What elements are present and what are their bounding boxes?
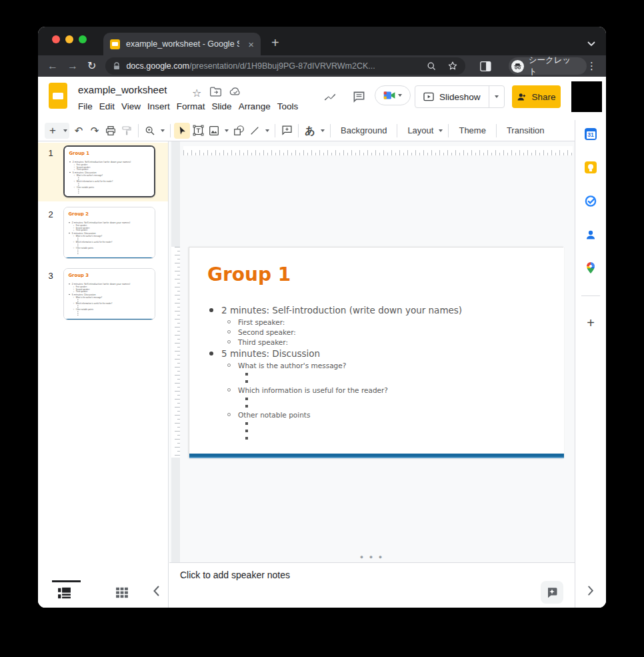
star-document-icon[interactable]: ☆ — [192, 87, 201, 99]
back-button[interactable]: ← — [47, 61, 58, 71]
paint-format-button[interactable] — [119, 123, 135, 139]
account-avatar[interactable] — [571, 81, 602, 112]
close-window-button[interactable] — [52, 35, 60, 43]
address-bar[interactable]: docs.google.com/presentation/d/1H9Bbuj9P… — [105, 57, 465, 75]
menu-insert[interactable]: Insert — [147, 101, 170, 111]
image-dropdown-icon[interactable] — [222, 123, 231, 139]
undo-button[interactable]: ↶ — [71, 123, 87, 139]
slides-app: example_worksheet ☆ FileEditViewInsertFo… — [38, 77, 606, 608]
slides-logo-icon[interactable] — [49, 83, 67, 109]
slideshow-button[interactable]: Slideshow — [415, 85, 505, 108]
add-addon-button[interactable]: + — [587, 315, 595, 331]
redo-button[interactable]: ↷ — [87, 123, 103, 139]
bookmark-star-icon[interactable] — [447, 61, 458, 71]
layout-button[interactable]: Layout — [401, 125, 436, 135]
browser-tab[interactable]: example_worksheet - Google S × — [103, 33, 261, 55]
zoom-button[interactable] — [142, 123, 158, 139]
slide-body[interactable]: 2 minutes: Self-introduction (write down… — [64, 282, 153, 315]
slide-canvas[interactable]: Group 12 minutes: Self-introduction (wri… — [169, 141, 575, 562]
tab-search-chevron-icon[interactable] — [587, 37, 595, 49]
menu-file[interactable]: File — [78, 101, 93, 111]
document-status-cloud-icon[interactable] — [229, 87, 241, 99]
maps-icon[interactable] — [585, 261, 597, 274]
search-icon[interactable] — [427, 61, 437, 71]
reload-button[interactable]: ↻ — [87, 61, 96, 71]
insert-image-button[interactable] — [206, 123, 222, 139]
view-switcher-bar — [38, 580, 169, 608]
input-tools-dropdown-icon[interactable] — [318, 123, 327, 139]
text-box-button[interactable] — [190, 123, 206, 139]
slide-accent-bar — [65, 197, 155, 197]
slide-number: 1 — [38, 145, 63, 201]
zoom-dropdown-icon[interactable] — [158, 123, 167, 139]
slide-thumbnail[interactable]: Group 32 minutes: Self-introduction (wri… — [63, 268, 155, 320]
slide-accent-bar — [64, 319, 155, 320]
layout-dropdown-icon[interactable] — [436, 123, 445, 139]
expand-side-panel-icon[interactable] — [587, 586, 594, 596]
menu-view[interactable]: View — [121, 101, 141, 111]
bullet-marker-icon — [77, 239, 78, 240]
new-tab-button[interactable]: + — [271, 36, 279, 49]
slide-accent-bar — [64, 257, 155, 259]
side-panel-icon[interactable] — [480, 61, 491, 71]
keep-icon[interactable] — [585, 161, 597, 173]
slide-title[interactable]: Group 1 — [207, 263, 291, 285]
explore-button[interactable] — [541, 581, 563, 604]
slide-title[interactable]: Group 2 — [69, 211, 89, 217]
slide-thumbnail[interactable]: Group 22 minutes: Self-introduction (wri… — [63, 207, 155, 259]
forward-button[interactable]: → — [67, 61, 78, 71]
grid-view-button[interactable] — [115, 587, 129, 601]
bullet-marker-icon — [245, 422, 248, 425]
slides-favicon-icon — [110, 39, 120, 49]
current-slide[interactable]: Group 12 minutes: Self-introduction (wri… — [189, 247, 563, 458]
print-button[interactable] — [103, 123, 119, 139]
speaker-notes-input[interactable]: Click to add speaker notes — [180, 570, 290, 580]
slide-thumbnail[interactable]: Group 12 minutes: Self-introduction (wri… — [63, 145, 155, 197]
notes-resize-handle[interactable]: ● ● ● — [360, 554, 384, 560]
line-dropdown-icon[interactable] — [263, 123, 271, 139]
browser-menu-icon[interactable]: ⋮ — [587, 60, 597, 72]
select-tool-button[interactable] — [174, 123, 190, 139]
theme-button[interactable]: Theme — [452, 125, 492, 135]
bullet-marker-icon — [77, 307, 78, 307]
calendar-icon[interactable] — [585, 128, 597, 140]
new-slide-dropdown-icon[interactable] — [61, 123, 69, 139]
tab-strip: example_worksheet - Google S × + — [38, 27, 606, 55]
tasks-icon[interactable] — [585, 195, 597, 207]
input-tools-button[interactable]: あ — [302, 123, 318, 139]
move-to-folder-icon[interactable] — [210, 87, 221, 99]
slide-body[interactable]: 2 minutes: Self-introduction (write down… — [189, 303, 559, 442]
slide-bullet-l1: 2 minutes: Self-introduction (write down… — [189, 303, 559, 317]
insert-shape-button[interactable] — [231, 123, 247, 139]
activity-dashboard-icon[interactable] — [323, 89, 337, 104]
background-button[interactable]: Background — [334, 125, 393, 135]
slide-bullet-l3 — [189, 395, 559, 402]
transition-button[interactable]: Transition — [500, 125, 551, 135]
insert-line-button[interactable] — [247, 123, 263, 139]
bullet-marker-icon — [73, 303, 74, 303]
slide-body[interactable]: 2 minutes: Self-introduction (write down… — [64, 221, 153, 254]
filmstrip-view-button[interactable] — [57, 587, 71, 602]
slide-title[interactable]: Group 1 — [69, 151, 89, 156]
minimize-window-button[interactable] — [65, 35, 73, 43]
menu-edit[interactable]: Edit — [99, 101, 115, 111]
menu-format[interactable]: Format — [177, 101, 205, 111]
tab-close-icon[interactable]: × — [248, 39, 254, 49]
bullet-marker-icon — [74, 169, 75, 170]
slide-title[interactable]: Group 3 — [69, 273, 89, 278]
contacts-icon[interactable] — [585, 229, 597, 241]
collapse-filmstrip-icon[interactable] — [153, 586, 160, 599]
share-button[interactable]: Share — [512, 85, 561, 108]
menu-slide[interactable]: Slide — [212, 101, 232, 111]
meet-button[interactable] — [375, 85, 411, 105]
slideshow-dropdown[interactable] — [489, 86, 504, 107]
document-title[interactable]: example_worksheet — [78, 84, 167, 95]
comment-history-icon[interactable] — [351, 89, 366, 104]
new-slide-button[interactable]: + — [45, 123, 61, 139]
maximize-window-button[interactable] — [79, 35, 87, 43]
menu-tools[interactable]: Tools — [277, 101, 299, 111]
bullet-marker-icon — [77, 237, 78, 238]
slide-body[interactable]: 2 minutes: Self-introduction (write down… — [65, 160, 154, 193]
insert-comment-button[interactable] — [279, 123, 295, 139]
menu-arrange[interactable]: Arrange — [239, 101, 271, 111]
